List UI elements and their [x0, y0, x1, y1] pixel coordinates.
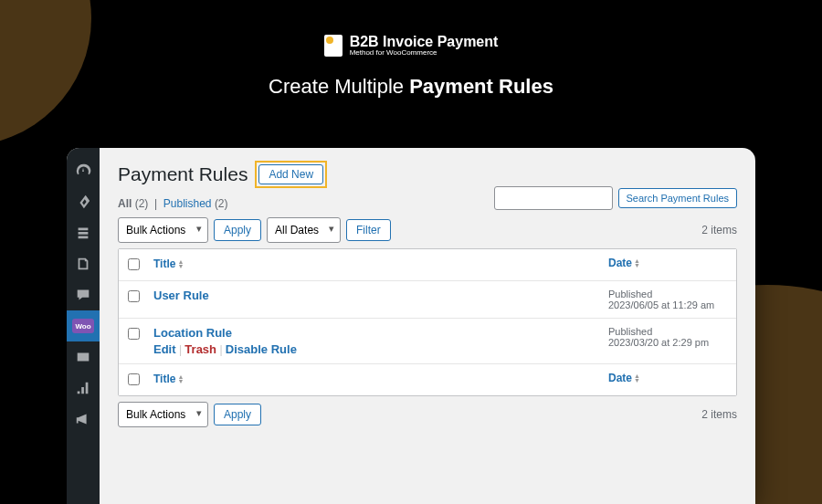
title-column-footer[interactable]: Title [153, 373, 175, 385]
rule-status: Published [608, 326, 652, 337]
sidebar-item-woocommerce[interactable]: Woo [67, 310, 100, 341]
rule-title-link[interactable]: Location Rule [153, 326, 232, 340]
sort-icon: ▲▼ [634, 259, 640, 268]
payment-rules-table: Title▲▼ Date▲▼ User Rule Published 2023/… [118, 248, 737, 396]
sidebar-item-pages[interactable] [67, 248, 100, 279]
rule-date: 2023/03/20 at 2:29 pm [608, 337, 709, 348]
rule-title-link[interactable]: User Rule [153, 289, 209, 302]
sidebar-item-analytics[interactable] [67, 373, 100, 404]
items-count-bottom: 2 items [701, 408, 737, 421]
select-all-checkbox[interactable] [128, 258, 140, 270]
row-checkbox[interactable] [128, 328, 140, 340]
bulk-actions-select[interactable]: Bulk Actions [118, 217, 208, 243]
sidebar-item-marketing[interactable] [67, 404, 100, 435]
slogan: Create Multiple Payment Rules [0, 75, 822, 99]
add-new-highlight: Add New [255, 161, 327, 188]
woo-icon: Woo [72, 319, 94, 333]
logo-sub: Method for WooCommerce [350, 49, 499, 57]
sidebar-item-dashboard[interactable] [67, 155, 100, 186]
table-header: Title▲▼ Date▲▼ [119, 249, 736, 281]
date-filter-select[interactable]: All Dates [267, 217, 341, 243]
plugin-logo: B2B Invoice Payment Method for WooCommer… [0, 35, 822, 57]
admin-panel: Woo Payment Rules Add New Search Payment… [67, 148, 755, 504]
add-new-button[interactable]: Add New [258, 164, 323, 184]
select-all-checkbox-bottom[interactable] [128, 373, 140, 385]
invoice-icon [324, 35, 342, 57]
rule-date: 2023/06/05 at 11:29 am [608, 299, 714, 310]
sidebar-item-comments[interactable] [67, 279, 100, 310]
sort-icon: ▲▼ [177, 375, 184, 384]
apply-button-bottom[interactable]: Apply [214, 404, 261, 425]
items-count-top: 2 items [701, 224, 737, 236]
date-column-header[interactable]: Date [608, 257, 632, 269]
table-row: User Rule Published 2023/06/05 at 11:29 … [119, 281, 736, 319]
content-area: Payment Rules Add New Search Payment Rul… [100, 148, 755, 504]
page-title: Payment Rules [118, 163, 248, 185]
row-checkbox[interactable] [128, 290, 140, 302]
sidebar-item-products[interactable] [67, 341, 100, 373]
sidebar-item-media[interactable] [67, 217, 100, 248]
table-row: Location Rule Edit | Trash | Disable Rul… [119, 319, 736, 364]
table-footer: Title▲▼ Date▲▼ [119, 364, 736, 395]
filter-link-published[interactable]: Published [163, 197, 212, 210]
sort-icon: ▲▼ [634, 374, 640, 383]
sidebar-item-posts[interactable] [67, 186, 100, 217]
filter-button[interactable]: Filter [346, 219, 391, 241]
search-input[interactable] [494, 186, 613, 210]
search-button[interactable]: Search Payment Rules [618, 188, 738, 208]
admin-sidebar: Woo [67, 148, 100, 504]
sort-icon: ▲▼ [177, 260, 184, 269]
disable-link[interactable]: Disable Rule [226, 342, 297, 356]
date-column-footer[interactable]: Date [608, 372, 632, 384]
logo-main: B2B Invoice Payment [350, 35, 499, 49]
row-actions: Edit | Trash | Disable Rule [153, 342, 608, 356]
rule-status: Published [608, 289, 652, 299]
bulk-actions-select-bottom[interactable]: Bulk Actions [118, 402, 208, 427]
apply-button-top[interactable]: Apply [214, 219, 261, 241]
title-column-header[interactable]: Title [153, 257, 175, 270]
edit-link[interactable]: Edit [153, 342, 176, 356]
trash-link[interactable]: Trash [184, 342, 216, 356]
